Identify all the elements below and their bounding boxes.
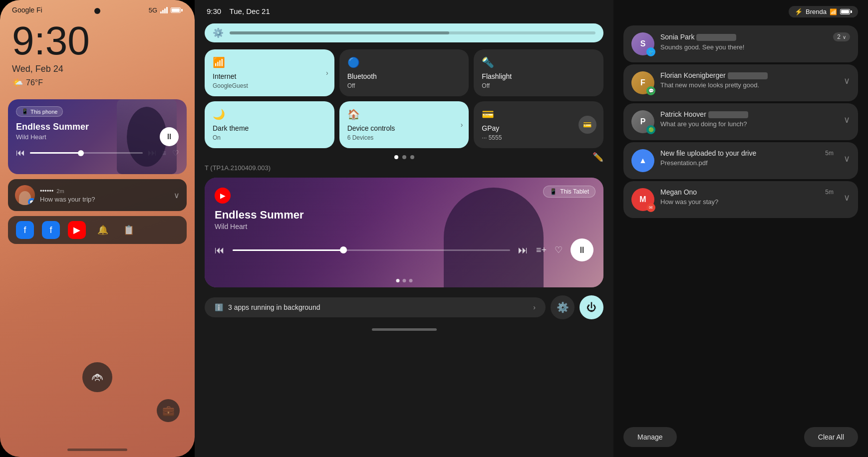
notif-item-florian[interactable]: F 💬 Florian Koenigberger That new movie … [623, 64, 858, 101]
qs-device-controls-chevron: › [461, 121, 463, 129]
quick-settings-area: ⚙️ 📶 Internet GoogleGuest › 🔵 Bluetooth … [195, 18, 613, 152]
tablet-music-dot [340, 246, 347, 253]
tablet-music-fill [233, 249, 343, 251]
app-icon-copy[interactable]: 📋 [120, 221, 138, 239]
gpay-icon: 💳 [482, 108, 595, 120]
gpay-tail-btn[interactable]: 💳 [579, 116, 596, 134]
app-icon-youtube[interactable]: ▶ [68, 221, 86, 239]
notif-time: 2m [56, 188, 64, 194]
bluetooth-icon: 🔵 [347, 56, 461, 68]
qs-internet-label: Internet [213, 72, 326, 80]
tablet-music-play-button[interactable]: ⏸ [571, 238, 593, 261]
brightness-slider-row[interactable]: ⚙️ [205, 23, 603, 42]
qs-grid-row2: 🌙 Dark theme On 🏠 Device controls 6 Devi… [205, 101, 603, 148]
meet-badge-icon: 🟢 [646, 125, 655, 134]
phone-network: 5G [149, 6, 157, 14]
qs-tile-flashlight[interactable]: 🔦 Flashlight Off [474, 49, 603, 96]
qs-dot-1 [394, 155, 398, 159]
tablet-settings-button[interactable]: ⚙️ [551, 295, 575, 319]
qs-tile-gpay[interactable]: 💳 GPay ··· 5555 💳 [474, 101, 603, 148]
tablet-music-queue-btn[interactable]: ≡+ [536, 245, 547, 255]
notif-sender-avatar: 💬 [15, 185, 35, 205]
qs-grid-row1: 📶 Internet GoogleGuest › 🔵 Bluetooth Off… [205, 49, 603, 96]
tablet-bottom-bar: ℹ️ 3 apps running in background › ⚙️ ⏻ [205, 292, 603, 322]
notif-florian-expand[interactable]: ∨ [844, 75, 850, 86]
qs-tile-dark-theme[interactable]: 🌙 Dark theme On [205, 101, 334, 148]
notif-sonia-count: 2 ∨ [833, 32, 850, 41]
notif-status-pill: ⚡ Brenda 📶 [789, 6, 858, 17]
qs-tile-device-controls[interactable]: 🏠 Device controls 6 Devices › [339, 101, 469, 148]
phone-status-bar: Google Fi 5G [0, 0, 195, 16]
notif-user-name: Brenda [806, 8, 827, 15]
app-icon-facebook2[interactable]: f [42, 221, 60, 239]
notif-sonia-content: Sonia Park 2 ∨ Sounds good. See you ther… [660, 32, 850, 52]
qs-bluetooth-sublabel: Off [347, 82, 461, 89]
notif-patrick-message: What are you doing for lunch? [660, 120, 834, 129]
internet-icon: 📶 [213, 56, 326, 68]
qs-gpay-sublabel: ··· 5555 [482, 134, 595, 141]
tablet-music-card[interactable]: 📱 This Tablet ▶ Endless Summer Wild Hear… [205, 178, 603, 287]
notif-avatar-megan: M ✉ [631, 188, 654, 211]
tablet-music-prev-btn[interactable]: ⏮ [215, 244, 225, 256]
tablet-music-next-btn[interactable]: ⏭ [518, 244, 528, 256]
notif-item-sonia[interactable]: S 🐦 Sonia Park 2 ∨ Sounds good. See you … [623, 25, 858, 62]
tablet-music-subtitle: Wild Heart [215, 223, 593, 230]
qs-edit-button[interactable]: ✏️ [592, 152, 603, 163]
tablet-power-button[interactable]: ⏻ [579, 295, 603, 319]
notif-content: •••••• 2m How was your trip? [40, 187, 169, 203]
bg-apps-row[interactable]: ℹ️ 3 apps running in background › [205, 297, 546, 317]
music-prev-btn[interactable]: ⏮ [16, 148, 25, 158]
notif-drive-message: Presentation.pdf [660, 159, 834, 168]
notif-footer: Manage Clear All [613, 420, 868, 457]
brightness-fill [230, 31, 449, 34]
music-dot-1 [396, 279, 399, 282]
notif-item-megan[interactable]: M ✉ Megan Ono 5m How was your stay? ∨ [623, 181, 858, 218]
phone-status-right: 5G [149, 6, 183, 14]
music-source-badge: 📱 This phone [16, 106, 63, 117]
qs-device-controls-sublabel: 6 Devices [347, 134, 461, 141]
bg-apps-info-icon: ℹ️ [215, 303, 223, 311]
wallet-button[interactable]: 💼 [157, 399, 180, 422]
fingerprint-button[interactable] [82, 362, 112, 392]
notif-florian-name: Florian Koenigberger [660, 71, 768, 79]
notif-battery-icon [840, 9, 852, 14]
brightness-track[interactable] [230, 31, 595, 34]
notif-item-patrick[interactable]: P 🟢 Patrick Hoover What are you doing fo… [623, 103, 858, 140]
tablet-home-bar-line [372, 328, 437, 331]
notif-sonia-name: Sonia Park [660, 33, 736, 41]
notif-sender-name: •••••• [40, 187, 53, 195]
notif-patrick-content: Patrick Hoover What are you doing for lu… [660, 110, 834, 129]
qs-internet-chevron: › [326, 69, 328, 77]
tablet-music-heart-btn[interactable]: ♡ [555, 244, 563, 255]
notif-expand-button[interactable]: ∨ [174, 191, 180, 200]
notif-patrick-name: Patrick Hoover [660, 110, 748, 118]
battery-icon [171, 7, 183, 13]
notif-megan-expand[interactable]: ∨ [844, 192, 850, 203]
notif-status-bar: ⚡ Brenda 📶 [613, 0, 868, 20]
qs-tile-bluetooth[interactable]: 🔵 Bluetooth Off [339, 49, 469, 96]
notif-item-drive[interactable]: ▲ New file uploaded to your drive 5m Pre… [623, 142, 858, 179]
qs-tile-internet[interactable]: 📶 Internet GoogleGuest › [205, 49, 334, 96]
music-progress-fill [30, 152, 81, 154]
tablet-date: Tue, Dec 21 [230, 7, 270, 15]
weather-icon: 🌤️ [12, 77, 23, 88]
tablet-music-source-badge: 📱 This Tablet [543, 186, 595, 198]
signal-icon [160, 6, 168, 13]
app-icon-facebook[interactable]: f [16, 221, 34, 239]
tablet-music-progress[interactable] [233, 249, 510, 251]
phone-music-card[interactable]: 📱 This phone Endless Summer Wild Heart ⏮… [8, 99, 187, 174]
phone-notification-card[interactable]: 💬 •••••• 2m How was your trip? ∨ [8, 179, 187, 211]
manage-button[interactable]: Manage [623, 427, 677, 447]
qs-dot-3 [410, 155, 414, 159]
clear-all-button[interactable]: Clear All [804, 427, 858, 447]
notif-patrick-expand[interactable]: ∨ [844, 114, 850, 125]
tablet-music-controls: ⏮ ⏭ ≡+ ♡ ⏸ [215, 238, 593, 261]
notif-drive-expand[interactable]: ∨ [844, 153, 850, 164]
qs-internet-sublabel: GoogleGuest [213, 82, 326, 89]
brightness-icon: ⚙️ [213, 27, 224, 38]
phone-app-icons-row: f f ▶ 🔔 📋 [8, 216, 187, 244]
music-progress-bar[interactable] [30, 152, 143, 154]
phone-time: 9:30 [0, 16, 195, 61]
music-play-button[interactable]: ⏸ [160, 127, 179, 146]
app-icon-notifications[interactable]: 🔔 [94, 221, 112, 239]
